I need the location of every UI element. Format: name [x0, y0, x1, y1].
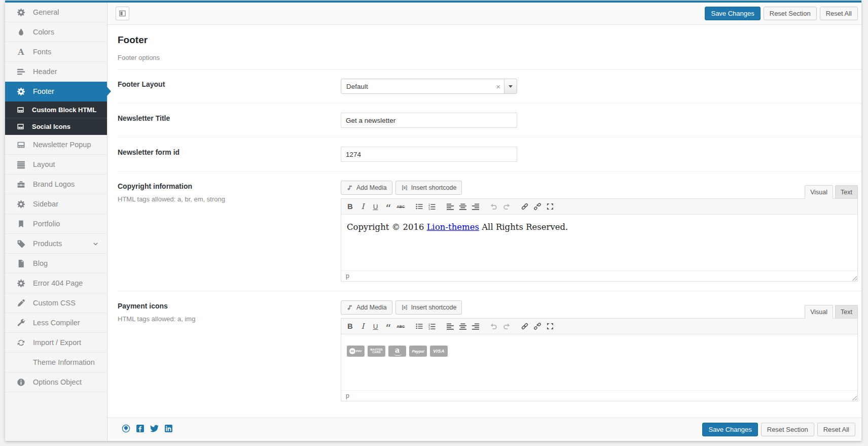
main-area: Save Changes Reset Section Reset All Foo…	[107, 3, 861, 441]
clear-selection-icon[interactable]: ×	[492, 82, 504, 91]
sidebar-item-label: Error 404 Page	[33, 279, 83, 287]
sidebar-item-colors[interactable]: Colors	[5, 22, 107, 42]
sidebar-item-blog[interactable]: Blog	[5, 254, 107, 273]
align-right-button[interactable]	[469, 320, 482, 333]
media-icon	[346, 184, 353, 191]
resize-grip[interactable]	[851, 275, 857, 281]
social-links	[122, 424, 173, 435]
sidebar-item-label: Blog	[33, 259, 48, 267]
insert-shortcode-button[interactable]: Insert shortcode	[395, 300, 462, 315]
selected-value: Default	[341, 83, 492, 90]
strikethrough-button[interactable]: ABC	[394, 200, 407, 213]
text-tab[interactable]: Text	[835, 305, 858, 318]
underline-button[interactable]: U	[369, 320, 382, 333]
resize-grip[interactable]	[851, 395, 857, 400]
sidebar-item-theme-information[interactable]: Theme Information	[5, 353, 107, 372]
link-button[interactable]	[518, 320, 531, 333]
sidebar-item-label: Less Compiler	[33, 319, 80, 327]
fullscreen-button[interactable]	[544, 200, 556, 213]
sidebar-item-brand-logos[interactable]: Brand Logos	[5, 175, 107, 194]
sidebar-item-header[interactable]: Header	[5, 62, 107, 82]
unlink-button[interactable]	[531, 320, 544, 333]
info-icon	[17, 378, 25, 387]
sidebar-item-footer[interactable]: Footer	[5, 82, 107, 101]
numbered-list-button[interactable]	[425, 200, 438, 213]
sidebar-item-fonts[interactable]: Fonts	[5, 42, 107, 62]
bold-button[interactable]: B	[344, 200, 356, 213]
bullet-list-button[interactable]	[413, 320, 425, 333]
italic-button[interactable]: I	[356, 200, 369, 213]
align-right-icon	[472, 202, 480, 211]
link-button[interactable]	[518, 200, 531, 213]
sidebar-item-label: Options Object	[33, 378, 82, 386]
sidebar-item-custom-block-html[interactable]: Custom Block HTML	[5, 101, 107, 118]
facebook-link[interactable]	[136, 424, 144, 435]
save-changes-button[interactable]: Save Changes	[702, 423, 757, 436]
sidebar-item-products[interactable]: Products	[5, 234, 107, 254]
select-dropdown-button[interactable]	[504, 79, 517, 93]
sidebar-item-label: Custom Block HTML	[32, 106, 96, 114]
fullscreen-button[interactable]	[544, 320, 556, 333]
top-actions: Save Changes Reset Section Reset All	[705, 7, 858, 20]
text-tab[interactable]: Text	[835, 185, 858, 198]
align-center-button[interactable]	[456, 200, 469, 213]
payment-icon-visa: VISA	[430, 346, 448, 357]
sidebar-item-label: Colors	[33, 28, 54, 36]
editor-content[interactable]: Copyright © 2016 Lion-themes All Rights …	[341, 215, 857, 270]
sidebar-item-label: Footer	[33, 87, 54, 95]
align-left-button[interactable]	[444, 200, 456, 213]
twitter-icon	[150, 424, 159, 433]
link-icon	[521, 202, 529, 211]
italic-button[interactable]: I	[356, 320, 369, 333]
sidebar-item-error-404-page[interactable]: Error 404 Page	[5, 273, 107, 293]
sidebar-item-portfolio[interactable]: Portfolio	[5, 214, 107, 234]
sidebar-item-social-icons[interactable]: Social Icons	[5, 118, 107, 135]
lion-themes-link[interactable]: Lion-themes	[427, 222, 479, 232]
save-changes-button[interactable]: Save Changes	[705, 7, 760, 20]
sidebar-item-import-export[interactable]: Import / Export	[5, 333, 107, 353]
numbered-list-button[interactable]	[425, 320, 438, 333]
align-left-button[interactable]	[444, 320, 456, 333]
unlink-icon	[533, 202, 541, 211]
add-media-button[interactable]: Add Media	[341, 300, 392, 315]
twitter-link[interactable]	[150, 424, 159, 435]
align-center-button[interactable]	[456, 320, 469, 333]
sidebar-item-general[interactable]: General	[5, 3, 107, 22]
redo-button	[500, 200, 513, 213]
unlink-button[interactable]	[531, 200, 544, 213]
sidebar-item-layout[interactable]: Layout	[5, 155, 107, 175]
sidebar-item-options-object[interactable]: Options Object	[5, 372, 107, 392]
newsletter-title-input[interactable]	[341, 113, 517, 128]
payment-icons-list[interactable]: WEPAYMASTERCARDaPaypalVISA	[341, 334, 857, 390]
sidebar-item-newsletter-popup[interactable]: Newsletter Popup	[5, 135, 107, 155]
insert-shortcode-button[interactable]: Insert shortcode	[395, 181, 462, 195]
bullet-list-button[interactable]	[413, 200, 425, 213]
expand-options-button[interactable]	[116, 7, 129, 20]
strikethrough-icon: ABC	[397, 205, 405, 209]
blockquote-button[interactable]: “	[382, 200, 394, 213]
gear-icon	[17, 200, 25, 209]
align-right-button[interactable]	[469, 200, 482, 213]
reset-section-button[interactable]: Reset Section	[761, 423, 814, 436]
blockquote-button[interactable]: “	[382, 320, 394, 333]
bold-button[interactable]: B	[344, 320, 356, 333]
sidebar-item-custom-css[interactable]: Custom CSS	[5, 293, 107, 313]
newsletter-form-id-input[interactable]	[341, 147, 517, 162]
reset-all-button[interactable]: Reset All	[820, 7, 858, 20]
strikethrough-button[interactable]: ABC	[394, 320, 407, 333]
github-link[interactable]	[122, 424, 130, 435]
reset-all-button[interactable]: Reset All	[817, 423, 855, 436]
footer-layout-select[interactable]: Default ×	[341, 79, 517, 94]
visual-tab[interactable]: Visual	[805, 305, 833, 319]
sidebar-item-less-compiler[interactable]: Less Compiler	[5, 313, 107, 333]
copyright-editor: Add Media Insert shortcode Visual Text	[341, 181, 858, 282]
add-media-label: Add Media	[356, 184, 387, 191]
field-label: Newsletter Title	[118, 114, 341, 122]
reset-section-button[interactable]: Reset Section	[764, 7, 817, 20]
linkedin-link[interactable]	[164, 424, 173, 435]
add-media-button[interactable]: Add Media	[341, 181, 392, 195]
sidebar-item-sidebar[interactable]: Sidebar	[5, 194, 107, 214]
undo-icon	[490, 202, 498, 211]
visual-tab[interactable]: Visual	[805, 185, 833, 199]
underline-button[interactable]: U	[369, 200, 382, 213]
